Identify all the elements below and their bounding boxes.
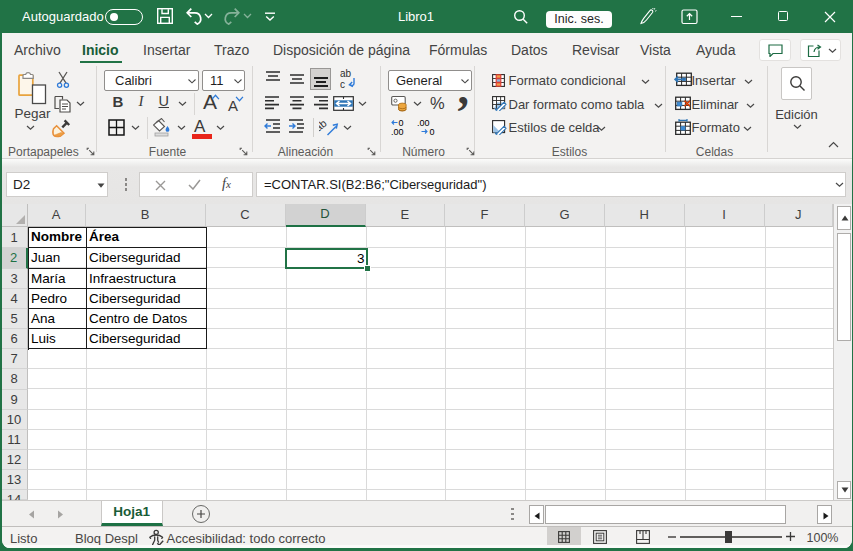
svg-text:c: c — [340, 79, 345, 90]
svg-text:0: 0 — [429, 127, 434, 136]
svg-text:ab: ab — [319, 118, 329, 133]
svg-text:.00: .00 — [391, 127, 404, 136]
svg-text:.00: .00 — [417, 118, 430, 128]
svg-text:ab: ab — [340, 68, 352, 79]
